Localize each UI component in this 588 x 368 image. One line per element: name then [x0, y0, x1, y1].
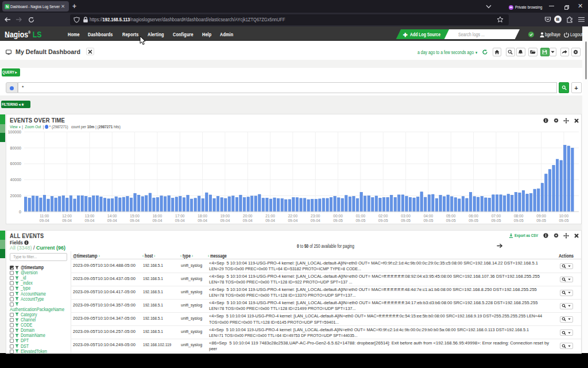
svg-text:09-05: 09-05 — [469, 218, 478, 223]
svg-text:12:00: 12:00 — [62, 214, 72, 218]
svg-text:20:00: 20:00 — [243, 214, 253, 218]
svg-text:09-05: 09-05 — [491, 218, 501, 223]
svg-text:09-05: 09-05 — [423, 218, 433, 223]
svg-text:09-04: 09-04 — [130, 218, 140, 223]
svg-text:06:00: 06:00 — [469, 214, 478, 218]
svg-text:22:00: 22:00 — [288, 214, 298, 218]
svg-text:19:00: 19:00 — [220, 214, 230, 218]
svg-text:07:00: 07:00 — [492, 214, 501, 218]
svg-text:09-05: 09-05 — [378, 218, 388, 223]
svg-text:09-04: 09-04 — [220, 218, 230, 223]
svg-text:09-04: 09-04 — [85, 218, 95, 223]
svg-text:09-05: 09-05 — [333, 218, 343, 223]
svg-text:09-04: 09-04 — [62, 218, 72, 223]
svg-text:09-04: 09-04 — [288, 218, 297, 223]
svg-text:60000: 60000 — [10, 162, 22, 166]
svg-text:20000: 20000 — [10, 194, 22, 198]
svg-text:09-04: 09-04 — [198, 218, 207, 223]
svg-text:09-04: 09-04 — [152, 218, 162, 223]
svg-text:01:00: 01:00 — [356, 214, 366, 218]
svg-text:09-05: 09-05 — [446, 218, 456, 223]
svg-text:10:00: 10:00 — [559, 214, 569, 218]
svg-text:17:00: 17:00 — [175, 214, 185, 218]
svg-text:21:00: 21:00 — [265, 214, 275, 218]
svg-text:09-04: 09-04 — [107, 218, 117, 223]
svg-text:09-04: 09-04 — [243, 218, 253, 223]
svg-text:09-04: 09-04 — [175, 218, 185, 223]
svg-text:02:00: 02:00 — [378, 214, 388, 218]
svg-text:14:00: 14:00 — [107, 214, 117, 218]
svg-text:09-05: 09-05 — [401, 218, 411, 223]
svg-text:100000: 100000 — [8, 130, 21, 134]
svg-text:18:00: 18:00 — [198, 214, 207, 218]
svg-text:00:00: 00:00 — [333, 214, 343, 218]
svg-text:09:00: 09:00 — [536, 214, 546, 218]
svg-text:09-05: 09-05 — [514, 218, 524, 223]
svg-text:05:00: 05:00 — [446, 214, 456, 218]
svg-text:40000: 40000 — [10, 178, 22, 182]
svg-text:11:00: 11:00 — [40, 214, 49, 218]
svg-text:0: 0 — [19, 210, 21, 214]
svg-text:15:00: 15:00 — [130, 214, 140, 218]
svg-text:03:00: 03:00 — [401, 214, 411, 218]
svg-text:08:00: 08:00 — [514, 214, 524, 218]
svg-text:80000: 80000 — [10, 146, 22, 150]
svg-text:04:00: 04:00 — [424, 214, 434, 218]
svg-text:09-05: 09-05 — [559, 218, 568, 223]
svg-text:23:00: 23:00 — [311, 214, 320, 218]
svg-text:16:00: 16:00 — [153, 214, 163, 218]
svg-text:09-04: 09-04 — [311, 218, 320, 223]
svg-text:09-04: 09-04 — [265, 218, 275, 223]
svg-text:09-04: 09-04 — [40, 218, 49, 223]
svg-text:09-05: 09-05 — [536, 218, 546, 223]
svg-text:13:00: 13:00 — [85, 214, 95, 218]
svg-text:09-05: 09-05 — [355, 218, 365, 223]
